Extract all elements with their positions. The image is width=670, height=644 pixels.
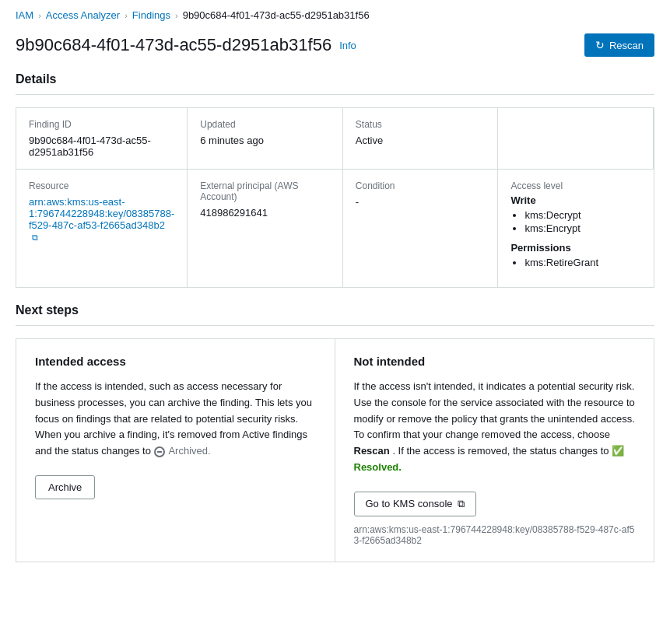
status-label: Status xyxy=(356,119,486,130)
page-title-row: 9b90c684-4f01-473d-ac55-d2951ab31f56 Inf… xyxy=(16,35,356,55)
archived-label: Archived. xyxy=(168,445,210,457)
breadcrumb-current: 9b90c684-4f01-473d-ac55-d2951ab31f56 xyxy=(183,9,370,21)
not-intended-rescan: Rescan xyxy=(354,445,390,457)
chevron-icon-1: › xyxy=(38,11,41,20)
updated-value: 6 minutes ago xyxy=(200,135,330,146)
breadcrumb-access-analyzer[interactable]: Access Analyzer xyxy=(46,9,120,21)
permissions-item-retiregrant: kms:RetireGrant xyxy=(524,257,641,268)
rescan-button[interactable]: ↻ Rescan xyxy=(584,33,654,57)
external-principal-value: 418986291641 xyxy=(200,207,330,219)
external-principal-label: External principal (AWS Account) xyxy=(200,180,330,202)
access-level-label: Access level xyxy=(510,180,641,191)
not-intended-body-2: . If the access is removed, the status c… xyxy=(392,445,609,457)
resolved-icon: ✅ xyxy=(612,443,624,460)
finding-id-value: 9b90c684-4f01-473d-ac55-d2951ab31f56 xyxy=(29,135,174,158)
finding-id-label: Finding ID xyxy=(29,119,174,130)
write-item-encrypt: kms:Encrypt xyxy=(524,222,641,234)
next-steps-divider xyxy=(16,325,654,326)
write-items: kms:Decrypt kms:Encrypt xyxy=(510,209,641,234)
kms-console-button[interactable]: Go to KMS console ⧉ xyxy=(354,492,476,516)
details-heading: Details xyxy=(16,72,654,86)
details-grid: Finding ID 9b90c684-4f01-473d-ac55-d2951… xyxy=(16,107,654,288)
intended-title: Intended access xyxy=(35,355,316,368)
write-item-decrypt: kms:Decrypt xyxy=(524,209,641,221)
intended-access-col: Intended access If the access is intende… xyxy=(16,339,335,562)
updated-label: Updated xyxy=(200,119,330,130)
next-steps-grid: Intended access If the access is intende… xyxy=(16,338,654,562)
rescan-icon: ↻ xyxy=(595,39,605,51)
page-header: 9b90c684-4f01-473d-ac55-d2951ab31f56 Inf… xyxy=(16,33,654,57)
next-steps-heading: Next steps xyxy=(16,303,654,317)
breadcrumb-findings[interactable]: Findings xyxy=(132,9,170,21)
write-label: Write xyxy=(510,194,641,206)
breadcrumb: IAM › Access Analyzer › Findings › 9b90c… xyxy=(16,9,654,21)
page-title: 9b90c684-4f01-473d-ac55-d2951ab31f56 xyxy=(16,35,331,55)
external-principal-cell: External principal (AWS Account) 4189862… xyxy=(188,170,343,287)
resource-label: Resource xyxy=(29,180,174,191)
chevron-icon-3: › xyxy=(175,11,178,20)
kms-arn: arn:aws:kms:us-east-1:796744228948:key/0… xyxy=(354,524,636,546)
intended-body: If the access is intended, such as acces… xyxy=(35,379,316,460)
resource-value[interactable]: arn:aws:kms:us-east-1:796744228948:key/0… xyxy=(29,196,174,231)
resolved-label: Resolved. xyxy=(354,461,402,473)
permissions-items: kms:RetireGrant xyxy=(510,257,641,268)
details-section: Details Finding ID 9b90c684-4f01-473d-ac… xyxy=(16,72,654,288)
external-link-icon: ⧉ xyxy=(32,233,38,243)
chevron-icon-2: › xyxy=(125,11,128,20)
status-cell: Status Active xyxy=(343,108,499,170)
circle-minus-shape xyxy=(154,446,165,457)
not-intended-body-1: If the access isn't intended, it indicat… xyxy=(354,380,635,440)
resource-cell: Resource arn:aws:kms:us-east-1:796744228… xyxy=(16,170,188,287)
permissions-label: Permissions xyxy=(510,242,641,254)
info-link[interactable]: Info xyxy=(339,40,356,51)
not-intended-body: If the access isn't intended, it indicat… xyxy=(354,379,636,476)
condition-label: Condition xyxy=(356,180,486,191)
status-value: Active xyxy=(356,135,486,146)
next-steps-section: Next steps Intended access If the access… xyxy=(16,303,654,562)
details-divider xyxy=(16,94,654,95)
empty-cell-1 xyxy=(498,108,654,170)
kms-external-link-icon: ⧉ xyxy=(458,498,465,510)
condition-value: - xyxy=(356,196,486,208)
condition-cell: Condition - xyxy=(343,170,499,287)
updated-cell: Updated 6 minutes ago xyxy=(188,108,343,170)
access-level-cell: Access level Write kms:Decrypt kms:Encry… xyxy=(498,170,654,287)
kms-btn-label: Go to KMS console xyxy=(366,498,453,509)
rescan-label: Rescan xyxy=(609,40,644,51)
not-intended-title: Not intended xyxy=(354,355,636,368)
finding-id-cell: Finding ID 9b90c684-4f01-473d-ac55-d2951… xyxy=(16,108,188,170)
archive-button[interactable]: Archive xyxy=(35,475,95,499)
breadcrumb-iam[interactable]: IAM xyxy=(16,9,33,21)
not-intended-col: Not intended If the access isn't intende… xyxy=(335,339,654,562)
